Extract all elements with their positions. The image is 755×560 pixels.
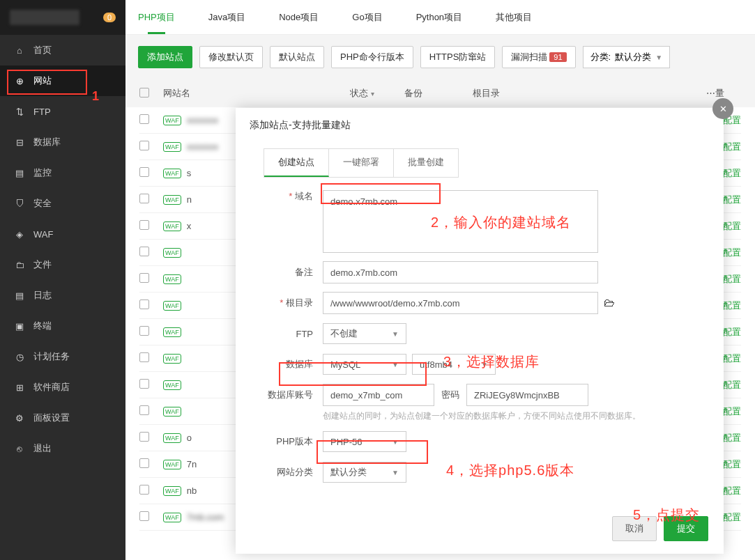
checkbox[interactable] xyxy=(139,220,149,230)
charset-select[interactable]: utf8mb4▼ xyxy=(412,354,496,375)
default-page-button[interactable]: 修改默认页 xyxy=(199,46,263,68)
chevron-down-icon: ▼ xyxy=(655,54,662,61)
checkbox[interactable] xyxy=(139,379,149,389)
sidebar-label: 终端 xyxy=(33,320,52,332)
checkbox[interactable] xyxy=(139,485,149,495)
php-value: PHP-56 xyxy=(330,437,363,447)
checkbox[interactable] xyxy=(139,405,149,415)
sidebar-item-logout[interactable]: ⎋退出 xyxy=(0,433,125,464)
tab-php[interactable]: PHP项目 xyxy=(135,1,178,33)
globe-icon: ⊕ xyxy=(14,75,25,86)
checkbox[interactable] xyxy=(139,300,149,309)
checkbox[interactable] xyxy=(139,194,149,203)
root-input[interactable] xyxy=(323,292,598,314)
site-name: xxxxxxx xyxy=(187,141,219,152)
checkbox[interactable] xyxy=(139,511,149,521)
add-site-modal: ✕ 添加站点-支持批量建站 创建站点 一键部署 批量创建 域名 demo.x7m… xyxy=(236,108,724,554)
category-select[interactable]: 分类:默认分类▼ xyxy=(583,46,671,68)
sidebar-label: 数据库 xyxy=(33,136,61,148)
close-icon: ✕ xyxy=(719,104,727,114)
submit-button[interactable]: 提交 xyxy=(664,516,708,541)
sidebar-item-waf[interactable]: ◈WAF xyxy=(0,219,125,249)
sidebar-label: WAF xyxy=(33,229,53,240)
dbuser-input[interactable] xyxy=(323,384,434,406)
sidebar-label: 首页 xyxy=(33,44,52,56)
toolbar: 添加站点 修改默认页 默认站点 PHP命令行版本 HTTPS防窜站 漏洞扫描91… xyxy=(125,35,755,79)
dbpass-input[interactable] xyxy=(466,384,588,406)
default-site-button[interactable]: 默认站点 xyxy=(270,46,324,68)
sidebar-item-cron[interactable]: ◷计划任务 xyxy=(0,341,125,372)
modal-tab-batch[interactable]: 批量创建 xyxy=(394,149,458,177)
php-label: PHP版本 xyxy=(264,435,323,448)
remark-input[interactable] xyxy=(323,261,598,283)
sidebar-item-file[interactable]: 🗀文件 xyxy=(0,249,125,280)
sidebar-label: 计划任务 xyxy=(33,350,70,363)
checkbox[interactable] xyxy=(139,167,149,177)
tab-python[interactable]: Python项目 xyxy=(413,1,465,33)
log-icon: ▤ xyxy=(14,290,25,301)
cancel-button[interactable]: 取消 xyxy=(612,516,657,541)
cli-button[interactable]: PHP命令行版本 xyxy=(331,46,413,68)
ftp-select[interactable]: 不创建▼ xyxy=(323,323,406,344)
https-button[interactable]: HTTPS防窜站 xyxy=(420,46,496,68)
project-tabs: PHP项目 Java项目 Node项目 Go项目 Python项目 其他项目 xyxy=(125,0,755,35)
chevron-down-icon: ▼ xyxy=(392,438,399,446)
scan-button[interactable]: 漏洞扫描91 xyxy=(502,46,575,68)
db-label: 数据库 xyxy=(264,358,323,371)
scan-label: 漏洞扫描 xyxy=(511,52,547,62)
checkbox[interactable] xyxy=(139,432,149,442)
php-select[interactable]: PHP-56▼ xyxy=(323,431,406,452)
sidebar-item-security[interactable]: ⛉安全 xyxy=(0,188,125,219)
folder-open-icon[interactable]: 🗁 xyxy=(604,297,615,309)
ftp-value: 不创建 xyxy=(330,327,358,340)
waf-badge-icon: WAF xyxy=(163,407,181,417)
tab-other[interactable]: 其他项目 xyxy=(493,1,535,33)
col-name[interactable]: 网站名 xyxy=(163,87,337,100)
sidebar-label: 面板设置 xyxy=(33,412,70,424)
waf-badge-icon: WAF xyxy=(163,301,181,311)
close-button[interactable]: ✕ xyxy=(712,98,733,119)
checkbox[interactable] xyxy=(139,88,149,98)
chevron-down-icon: ▼ xyxy=(392,330,399,338)
tab-go[interactable]: Go项目 xyxy=(349,1,385,33)
col-status[interactable]: 状态 ▾ xyxy=(350,87,392,100)
notify-badge[interactable]: 0 xyxy=(103,13,116,22)
sidebar-item-monitor[interactable]: ▤监控 xyxy=(0,157,125,188)
sidebar-item-db[interactable]: ⊟数据库 xyxy=(0,127,125,157)
checkbox[interactable] xyxy=(139,352,149,362)
tab-node[interactable]: Node项目 xyxy=(276,1,321,33)
sidebar-item-ftp[interactable]: ⇅FTP xyxy=(0,96,125,127)
monitor-icon: ▤ xyxy=(14,167,25,178)
sidebar-item-website[interactable]: ⊕网站 xyxy=(0,65,125,96)
sidebar-item-log[interactable]: ▤日志 xyxy=(0,280,125,311)
domain-label: 域名 xyxy=(264,190,323,203)
checkbox[interactable] xyxy=(139,273,149,283)
checkbox[interactable] xyxy=(139,114,149,124)
checkbox[interactable] xyxy=(139,458,149,468)
modal-tab-create[interactable]: 创建站点 xyxy=(264,149,329,177)
terminal-icon: ▣ xyxy=(14,320,25,332)
ftp-icon: ⇅ xyxy=(14,106,25,117)
tab-java[interactable]: Java项目 xyxy=(206,1,248,33)
remark-label: 备注 xyxy=(264,266,323,279)
site-name: n xyxy=(187,194,192,205)
checkbox[interactable] xyxy=(139,141,149,150)
sidebar-item-store[interactable]: ⊞软件商店 xyxy=(0,372,125,403)
db-select[interactable]: MySQL▼ xyxy=(323,354,406,375)
sidebar-item-settings[interactable]: ⚙面板设置 xyxy=(0,403,125,433)
dbuser-label: 数据库账号 xyxy=(264,389,323,401)
site-name: 7mb.com xyxy=(187,512,224,522)
sidebar-item-home[interactable]: ⌂首页 xyxy=(0,35,125,65)
cat-select[interactable]: 默认分类▼ xyxy=(323,462,406,483)
add-site-button[interactable]: 添加站点 xyxy=(138,46,192,68)
domain-input[interactable]: demo.x7mb.com xyxy=(323,190,598,253)
col-backup: 备份 xyxy=(404,87,460,100)
sidebar-label: 退出 xyxy=(33,442,52,455)
chevron-down-icon: ▼ xyxy=(481,361,488,368)
modal-tab-deploy[interactable]: 一键部署 xyxy=(329,149,394,177)
checkbox[interactable] xyxy=(139,247,149,256)
sidebar-logo: 0 xyxy=(0,0,125,35)
sidebar-item-terminal[interactable]: ▣终端 xyxy=(0,311,125,341)
checkbox[interactable] xyxy=(139,326,149,336)
ftp-label: FTP xyxy=(264,329,323,339)
